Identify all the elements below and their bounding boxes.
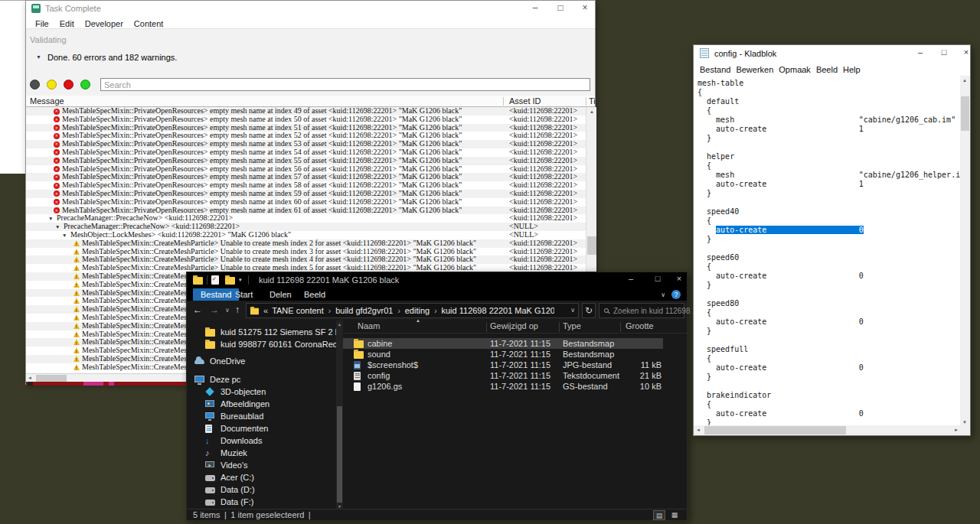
scroll-up-icon[interactable]: ▲ (336, 322, 343, 327)
validator-titlebar[interactable]: Task Complete – □ × (26, 1, 595, 16)
menu-item-bestand[interactable]: Bestand (700, 65, 730, 74)
scrollbar-thumb[interactable] (704, 426, 846, 434)
sidebar-item[interactable]: Deze pc (187, 373, 336, 386)
sidebar-item[interactable]: Afbeeldingen (187, 398, 336, 410)
log-row[interactable]: MeshTableSpecMixin::PrivateOpenResources… (26, 198, 586, 207)
up-button[interactable]: ↑ (235, 304, 240, 315)
file-row[interactable]: config11-7-2021 11:15Tekstdocument21 kB (343, 370, 687, 381)
close-button[interactable]: × (578, 2, 592, 13)
breadcrumb-separator-icon[interactable]: › (328, 307, 331, 315)
notepad-titlebar[interactable]: config - Kladblok – □ × (694, 45, 970, 62)
horizontal-scrollbar[interactable]: ◄ ► (694, 425, 961, 435)
search-box[interactable]: Zoeken in kuid 112698 22201... (599, 303, 684, 318)
scroll-left-icon[interactable]: ◄ (28, 376, 32, 380)
scroll-up-icon[interactable]: ▲ (962, 78, 967, 83)
address-dropdown-icon[interactable]: ∨ (570, 307, 575, 314)
breadcrumb-separator-icon[interactable]: › (434, 307, 436, 315)
breadcrumb-separator-icon[interactable]: › (397, 307, 400, 315)
minimize-button[interactable]: – (528, 2, 542, 13)
minimize-button[interactable]: – (913, 47, 927, 57)
breadcrumb-item[interactable]: TANE content (272, 306, 324, 315)
column-separator[interactable] (620, 322, 621, 332)
breadcrumb-item[interactable]: build gfd2gvr01 (335, 306, 393, 315)
column-separator[interactable] (486, 322, 487, 332)
breadcrumb[interactable]: «TANE content›build gfd2gvr01›editing›ku… (263, 306, 554, 315)
file-row[interactable]: $screenshot$11-7-2021 11:15JPG-bestand11… (343, 360, 687, 370)
menu-item-edit[interactable]: Edit (60, 19, 74, 28)
scroll-left-icon[interactable]: ◄ (696, 428, 701, 432)
column-size[interactable]: Grootte (626, 321, 654, 330)
minimize-button[interactable]: – (623, 274, 639, 283)
log-row[interactable]: MeshTableSpecMixin::PrivateOpenResources… (26, 157, 586, 165)
breadcrumb-overflow-icon[interactable]: « (263, 306, 268, 315)
history-dropdown-icon[interactable]: ∨ (225, 307, 230, 314)
menu-item-content[interactable]: Content (134, 19, 164, 28)
properties-check-icon[interactable] (211, 275, 219, 285)
forward-button[interactable]: → (210, 304, 219, 315)
maximize-button[interactable]: □ (937, 47, 951, 57)
sidebar-item[interactable]: 3D-objecten (187, 386, 336, 398)
resize-grip[interactable] (960, 425, 970, 435)
ribbon-expand-icon[interactable]: ∨ (661, 291, 665, 298)
filter-gray-button[interactable] (30, 80, 40, 90)
scroll-right-icon[interactable]: ► (954, 428, 959, 432)
sidebar-item[interactable]: Bureaublad (187, 410, 336, 422)
sidebar-item[interactable]: ♪Muziek (187, 447, 336, 459)
menu-item-opmaak[interactable]: Opmaak (779, 65, 811, 74)
file-row[interactable]: cabine11-7-2021 11:15Bestandsmap (343, 338, 663, 349)
ribbon-tab-start[interactable]: Start (227, 288, 260, 301)
file-row[interactable]: sound11-7-2021 11:15Bestandsmap (343, 349, 687, 360)
file-list-headers[interactable]: Naam ▲ Gewijzigd op Type Grootte (343, 321, 687, 334)
column-type[interactable]: Type (563, 321, 581, 330)
list-column-headers[interactable]: Message Asset ID Ti (26, 96, 595, 107)
column-separator[interactable] (559, 322, 560, 332)
close-button[interactable]: × (671, 274, 687, 283)
text-editor-area[interactable]: mesh-table{ default { mesh "cabine/g1206… (694, 76, 961, 427)
breadcrumb-item[interactable]: editing (405, 306, 430, 315)
sidebar-item[interactable]: Data (D:) (187, 483, 336, 496)
refresh-button[interactable]: ↻ (582, 303, 596, 318)
sidebar-item[interactable]: Documenten (187, 422, 336, 434)
filter-red-button[interactable] (64, 80, 74, 90)
menu-item-file[interactable]: File (35, 19, 49, 28)
collapse-arrow-icon[interactable]: ▼ (36, 54, 41, 60)
maximize-button[interactable]: □ (650, 274, 665, 283)
maximize-button[interactable]: □ (554, 2, 567, 13)
sidebar-item[interactable]: ↓Downloads (187, 434, 336, 447)
sidebar-item[interactable]: ▸Video's (187, 459, 336, 471)
menu-item-bewerken[interactable]: Bewerken (736, 65, 773, 74)
quick-access-dropdown-icon[interactable]: ▾ (239, 277, 242, 283)
scrollbar-thumb[interactable] (587, 236, 596, 255)
scrollbar-thumb[interactable] (337, 406, 342, 503)
help-button[interactable]: ? (671, 290, 681, 299)
sidebar-item[interactable]: Data (F:) (187, 496, 336, 508)
sidebar-item[interactable]: kuid 51275 112 Siemens SF 2 Drehgestell (187, 326, 336, 338)
column-asset-id[interactable]: Asset ID (509, 96, 541, 106)
navigation-scrollbar[interactable]: ▲ ▼ (336, 321, 343, 510)
menu-item-developer[interactable]: Developer (85, 19, 123, 28)
breadcrumb-item[interactable]: kuid 112698 22201 MaK G1206 black (441, 306, 554, 315)
menu-item-beeld[interactable]: Beeld (816, 65, 838, 74)
column-message[interactable]: Message (30, 96, 64, 106)
sidebar-item[interactable]: Acer (C:) (187, 471, 336, 483)
explorer-titlebar[interactable]: ▾ kuid 112698 22201 MaK G1206 black – □ … (187, 272, 687, 288)
scrollbar-thumb[interactable] (36, 375, 67, 382)
column-modified[interactable]: Gewijzigd op (490, 321, 538, 330)
ribbon-tab-delen[interactable]: Delen (262, 288, 299, 301)
file-row[interactable]: g1206.gs11-7-2021 11:15GS-bestand10 kB (343, 381, 687, 392)
close-button[interactable]: × (959, 47, 973, 57)
column-name[interactable]: Naam (358, 321, 380, 330)
column-third[interactable]: Ti (589, 96, 596, 106)
menu-item-help[interactable]: Help (843, 65, 861, 74)
search-input[interactable] (100, 78, 590, 91)
back-button[interactable]: ← (193, 304, 202, 315)
address-field[interactable]: «TANE content›build gfd2gvr01›editing›ku… (246, 303, 579, 318)
log-row[interactable]: MeshTableSpecMixin::CreateMeshParticle> … (26, 239, 586, 248)
scroll-up-icon[interactable]: ▲ (586, 109, 597, 114)
thumbnail-view-button[interactable]: ▦ (668, 510, 681, 520)
sidebar-item[interactable]: kuid 998877 60161 CoronaRed (187, 338, 336, 350)
scrollbar-thumb[interactable] (961, 96, 969, 131)
filter-green-button[interactable] (80, 80, 90, 90)
sidebar-item[interactable]: OneDrive (187, 355, 336, 367)
log-row[interactable]: MeshTableSpecMixin::PrivateOpenResources… (26, 116, 586, 124)
